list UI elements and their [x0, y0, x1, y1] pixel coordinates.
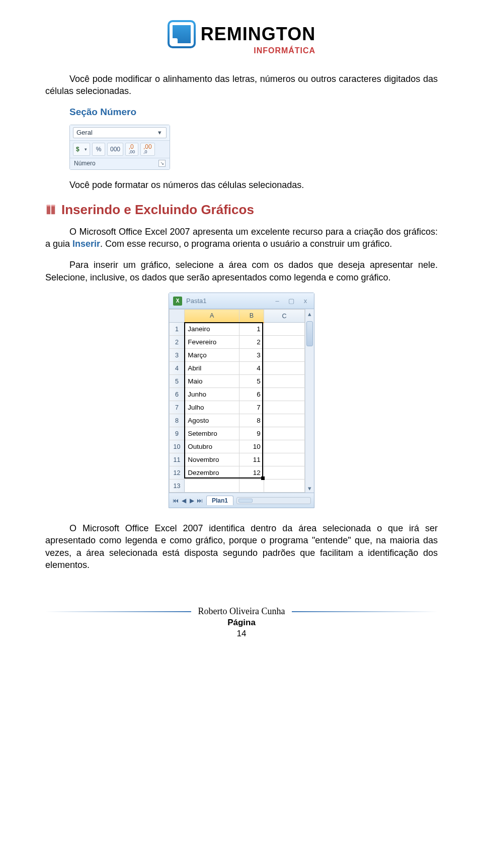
row-header[interactable]: 2 [170, 336, 185, 349]
sheet-tab-plan1[interactable]: Plan1 [206, 496, 233, 505]
cell-C3[interactable] [264, 349, 304, 362]
dialog-launcher-button[interactable]: ↘ [158, 160, 166, 167]
row-header[interactable]: 11 [170, 453, 185, 466]
row-header[interactable]: 5 [170, 375, 185, 388]
cell-C13[interactable] [264, 479, 304, 493]
currency-button[interactable]: $ ▾ [73, 143, 90, 156]
horizontal-scrollbar[interactable] [236, 497, 311, 504]
cell-B7[interactable]: 7 [239, 401, 264, 414]
cell-C6[interactable] [264, 388, 304, 401]
cell-A12[interactable]: Dezembro [185, 466, 239, 479]
fill-handle[interactable] [261, 476, 265, 480]
cell-B11[interactable]: 11 [239, 453, 264, 466]
maximize-button[interactable]: ▢ [287, 297, 296, 305]
cell-B2[interactable]: 2 [239, 336, 264, 349]
cell-B8[interactable]: 8 [239, 414, 264, 427]
cell-A7[interactable]: Julho [185, 401, 239, 414]
row-header[interactable]: 1 [170, 323, 185, 336]
cell-A6[interactable]: Junho [185, 388, 239, 401]
table-row[interactable]: 3Março3 [170, 349, 305, 362]
cell-B4[interactable]: 4 [239, 362, 264, 375]
cell-C7[interactable] [264, 401, 304, 414]
cell-C1[interactable] [264, 323, 304, 336]
table-row[interactable]: 6Junho6 [170, 388, 305, 401]
vertical-scrollbar[interactable]: ▴ ▾ [305, 309, 314, 493]
table-row[interactable]: 13 [170, 479, 305, 493]
minimize-button[interactable]: – [273, 297, 282, 305]
table-row[interactable]: 8Agosto8 [170, 414, 305, 427]
cell-C9[interactable] [264, 427, 304, 440]
table-row[interactable]: 10Outubro10 [170, 440, 305, 453]
decrease-decimal-button[interactable]: ,00 ,0 [140, 143, 155, 156]
prev-sheet-icon[interactable]: ◀ [180, 497, 187, 504]
table-row[interactable]: 11Novembro11 [170, 453, 305, 466]
select-all-cell[interactable] [170, 310, 185, 323]
cell-C8[interactable] [264, 414, 304, 427]
row-header[interactable]: 13 [170, 479, 185, 493]
cell-A2[interactable]: Fevereiro [185, 336, 239, 349]
cell-A1[interactable]: Janeiro [185, 323, 239, 336]
table-row[interactable]: 4Abril4 [170, 362, 305, 375]
table-row[interactable]: 5Maio5 [170, 375, 305, 388]
number-format-dropdown[interactable]: Geral ▾ [73, 127, 167, 138]
row-header[interactable]: 4 [170, 362, 185, 375]
row-header[interactable]: 8 [170, 414, 185, 427]
cell-C12[interactable] [264, 466, 304, 479]
row-header[interactable]: 10 [170, 440, 185, 453]
cell-A11[interactable]: Novembro [185, 453, 239, 466]
row-header[interactable]: 6 [170, 388, 185, 401]
column-header-B[interactable]: B [239, 310, 264, 323]
next-sheet-icon[interactable]: ▶ [188, 497, 195, 504]
cell-A4[interactable]: Abril [185, 362, 239, 375]
cell-A10[interactable]: Outubro [185, 440, 239, 453]
cell-C2[interactable] [264, 336, 304, 349]
cell-B13[interactable] [239, 479, 264, 493]
table-row[interactable]: 1Janeiro1 [170, 323, 305, 336]
cell-B9[interactable]: 9 [239, 427, 264, 440]
row-header[interactable]: 3 [170, 349, 185, 362]
scroll-down-icon[interactable]: ▾ [305, 484, 314, 493]
table-row[interactable]: 9Setembro9 [170, 427, 305, 440]
cell-C5[interactable] [264, 375, 304, 388]
paragraph-body-1: O Microsoft Office Excel 2007 apresenta … [45, 226, 438, 250]
first-sheet-icon[interactable]: ⏮ [172, 497, 179, 504]
cell-B3[interactable]: 3 [239, 349, 264, 362]
number-format-value: Geral [76, 129, 93, 136]
cell-B5[interactable]: 5 [239, 375, 264, 388]
book-icon [45, 204, 56, 216]
cell-A13[interactable] [185, 479, 239, 493]
increase-decimal-icon: ,0 ,00 [129, 144, 135, 154]
statusbar: ⏮ ◀ ▶ ⏭ Plan1 [169, 493, 314, 508]
cell-C4[interactable] [264, 362, 304, 375]
column-header-C[interactable]: C [264, 310, 304, 323]
column-header-A[interactable]: A [185, 310, 239, 323]
cell-A5[interactable]: Maio [185, 375, 239, 388]
scroll-thumb[interactable] [306, 321, 313, 346]
cell-B10[interactable]: 10 [239, 440, 264, 453]
cell-C10[interactable] [264, 440, 304, 453]
last-sheet-icon[interactable]: ⏭ [196, 497, 203, 504]
spreadsheet-grid[interactable]: A B C 1Janeiro12Fevereiro23Março34Abril4… [169, 309, 305, 493]
scroll-up-icon[interactable]: ▴ [305, 309, 314, 318]
cell-B1[interactable]: 1 [239, 323, 264, 336]
row-header[interactable]: 9 [170, 427, 185, 440]
increase-decimal-button[interactable]: ,0 ,00 [125, 143, 138, 156]
cell-A9[interactable]: Setembro [185, 427, 239, 440]
inserir-guide-label: Inserir [72, 239, 100, 249]
divider-left [45, 611, 191, 612]
cell-B12[interactable]: 12 [239, 466, 264, 479]
thousands-button[interactable]: 000 [107, 143, 123, 156]
table-row[interactable]: 7Julho7 [170, 401, 305, 414]
table-row[interactable]: 2Fevereiro2 [170, 336, 305, 349]
paragraph-body-3: O Microsoft Office Excel 2007 identifica… [45, 522, 438, 571]
cell-C11[interactable] [264, 453, 304, 466]
percent-button[interactable]: % [92, 143, 105, 156]
cell-A8[interactable]: Agosto [185, 414, 239, 427]
sheet-nav[interactable]: ⏮ ◀ ▶ ⏭ [172, 497, 203, 504]
table-row[interactable]: 12Dezembro12 [170, 466, 305, 479]
row-header[interactable]: 7 [170, 401, 185, 414]
cell-B6[interactable]: 6 [239, 388, 264, 401]
close-button[interactable]: x [301, 297, 310, 305]
cell-A3[interactable]: Março [185, 349, 239, 362]
row-header[interactable]: 12 [170, 466, 185, 479]
